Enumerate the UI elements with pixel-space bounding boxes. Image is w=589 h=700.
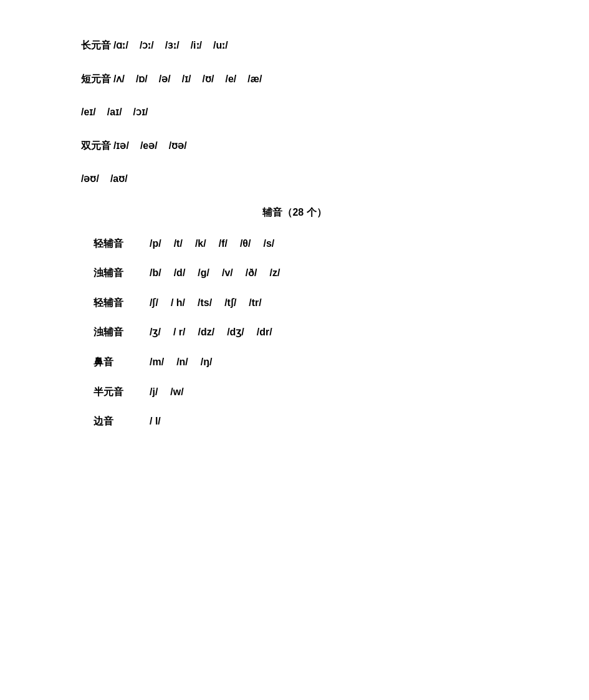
c0-p4: /θ/ bbox=[240, 236, 251, 252]
short-vowel-line: 短元音 /ʌ/ /ɒ/ /ə/ /ɪ/ /ʊ/ /e/ /æ/ bbox=[81, 71, 508, 87]
diphthong1-1: /eɪ/ bbox=[81, 104, 96, 120]
c5-p0: /j/ bbox=[150, 384, 158, 400]
c1-p0: /b/ bbox=[150, 265, 161, 281]
c3-p0: /ʒ/ bbox=[150, 324, 161, 340]
page: 长元音 /ɑː/ /ɔː/ /ɜː/ /iː/ /uː/ 短元音 /ʌ/ /ɒ/… bbox=[0, 0, 589, 481]
consonant-phonemes-2: /ʃ/ / h/ /ts/ /tʃ/ /tr/ bbox=[150, 295, 271, 311]
c4-p2: /ŋ/ bbox=[201, 354, 213, 370]
consonant-phonemes-3: /ʒ/ / r/ /dz/ /dʒ/ /dr/ bbox=[150, 324, 281, 340]
diphthong1-section: /eɪ/ /aɪ/ /ɔɪ/ bbox=[81, 104, 508, 120]
c5-p1: /w/ bbox=[170, 384, 183, 400]
short-vowel-1: /ʌ/ bbox=[113, 71, 125, 87]
consonant-label-4: 鼻音 bbox=[93, 354, 150, 370]
c0-p5: /s/ bbox=[263, 236, 274, 252]
c6-p0: / l/ bbox=[150, 413, 161, 429]
c2-p2: /ts/ bbox=[198, 295, 212, 311]
consonant-label-5: 半元音 bbox=[93, 384, 150, 400]
short-vowel-3: /ə/ bbox=[159, 71, 171, 87]
c1-p3: /v/ bbox=[222, 265, 233, 281]
consonant-row-0: 轻辅音 /p/ /t/ /k/ /f/ /θ/ /s/ bbox=[93, 236, 508, 252]
consonant-row-4: 鼻音 /m/ /n/ /ŋ/ bbox=[93, 354, 508, 370]
c2-p1: / h/ bbox=[171, 295, 185, 311]
long-vowel-1: /ɑː/ bbox=[113, 37, 128, 54]
consonants-title: 辅音（28 个） bbox=[81, 204, 508, 221]
consonant-label-2: 轻辅音 bbox=[93, 295, 150, 311]
consonant-phonemes-0: /p/ /t/ /k/ /f/ /θ/ /s/ bbox=[150, 236, 283, 252]
short-vowel-4: /ɪ/ bbox=[182, 71, 191, 87]
c0-p2: /k/ bbox=[195, 236, 206, 252]
consonant-phonemes-4: /m/ /n/ /ŋ/ bbox=[150, 354, 221, 370]
consonants-section: 轻辅音 /p/ /t/ /k/ /f/ /θ/ /s/ 浊辅音 /b/ /d/ … bbox=[81, 236, 508, 429]
double-vowel-1: /ɪə/ bbox=[113, 138, 129, 154]
consonant-label-0: 轻辅音 bbox=[93, 236, 150, 252]
diphthong1-2: /aɪ/ bbox=[107, 104, 122, 120]
double-vowel-3: /ʊə/ bbox=[169, 138, 187, 154]
c1-p5: /z/ bbox=[269, 265, 280, 281]
double-vowel-line: 双元音 /ɪə/ /eə/ /ʊə/ bbox=[81, 138, 508, 154]
long-vowel-label: 长元音 bbox=[81, 37, 111, 54]
consonant-label-6: 边音 bbox=[93, 413, 150, 429]
diphthong2-section: /əʊ/ /aʊ/ bbox=[81, 171, 508, 187]
short-vowel-section: 短元音 /ʌ/ /ɒ/ /ə/ /ɪ/ /ʊ/ /e/ /æ/ bbox=[81, 71, 508, 87]
long-vowel-5: /uː/ bbox=[213, 37, 228, 54]
c2-p4: /tr/ bbox=[249, 295, 261, 311]
consonant-row-2: 轻辅音 /ʃ/ / h/ /ts/ /tʃ/ /tr/ bbox=[93, 295, 508, 311]
consonant-row-1: 浊辅音 /b/ /d/ /g/ /v/ /ð/ /z/ bbox=[93, 265, 508, 281]
long-vowel-4: /iː/ bbox=[191, 37, 202, 54]
c4-p1: /n/ bbox=[176, 354, 188, 370]
diphthong2-1: /əʊ/ bbox=[81, 171, 99, 187]
double-vowel-2: /eə/ bbox=[140, 138, 158, 154]
c4-p0: /m/ bbox=[150, 354, 164, 370]
c1-p2: /g/ bbox=[198, 265, 209, 281]
short-vowel-label: 短元音 bbox=[81, 71, 111, 87]
c0-p0: /p/ bbox=[150, 236, 161, 252]
c3-p3: /dʒ/ bbox=[227, 324, 244, 340]
c0-p3: /f/ bbox=[219, 236, 227, 252]
consonant-phonemes-1: /b/ /d/ /g/ /v/ /ð/ /z/ bbox=[150, 265, 289, 281]
diphthong2-2: /aʊ/ bbox=[110, 171, 128, 187]
long-vowel-line: 长元音 /ɑː/ /ɔː/ /ɜː/ /iː/ /uː/ bbox=[81, 37, 508, 54]
diphthong1-line: /eɪ/ /aɪ/ /ɔɪ/ bbox=[81, 104, 508, 120]
c1-p1: /d/ bbox=[174, 265, 186, 281]
double-vowel-label: 双元音 bbox=[81, 138, 111, 154]
c3-p2: /dz/ bbox=[198, 324, 214, 340]
short-vowel-6: /e/ bbox=[225, 71, 236, 87]
diphthong2-line: /əʊ/ /aʊ/ bbox=[81, 171, 508, 187]
long-vowel-section: 长元音 /ɑː/ /ɔː/ /ɜː/ /iː/ /uː/ bbox=[81, 37, 508, 54]
consonant-row-6: 边音 / l/ bbox=[93, 413, 508, 429]
consonant-row-5: 半元音 /j/ /w/ bbox=[93, 384, 508, 400]
consonant-row-3: 浊辅音 /ʒ/ / r/ /dz/ /dʒ/ /dr/ bbox=[93, 324, 508, 340]
short-vowel-2: /ɒ/ bbox=[136, 71, 148, 87]
c3-p1: / r/ bbox=[173, 324, 186, 340]
c0-p1: /t/ bbox=[174, 236, 183, 252]
consonant-phonemes-5: /j/ /w/ bbox=[150, 384, 193, 400]
c3-p4: /dr/ bbox=[257, 324, 272, 340]
c1-p4: /ð/ bbox=[246, 265, 257, 281]
short-vowel-5: /ʊ/ bbox=[203, 71, 214, 87]
consonant-label-3: 浊辅音 bbox=[93, 324, 150, 340]
c2-p0: /ʃ/ bbox=[150, 295, 158, 311]
short-vowel-7: /æ/ bbox=[247, 71, 262, 87]
long-vowel-2: /ɔː/ bbox=[140, 37, 154, 54]
double-vowel-section: 双元音 /ɪə/ /eə/ /ʊə/ bbox=[81, 138, 508, 154]
c2-p3: /tʃ/ bbox=[224, 295, 236, 311]
long-vowel-3: /ɜː/ bbox=[165, 37, 180, 54]
diphthong1-3: /ɔɪ/ bbox=[133, 104, 148, 120]
consonant-label-1: 浊辅音 bbox=[93, 265, 150, 281]
consonant-phonemes-6: / l/ bbox=[150, 413, 170, 429]
